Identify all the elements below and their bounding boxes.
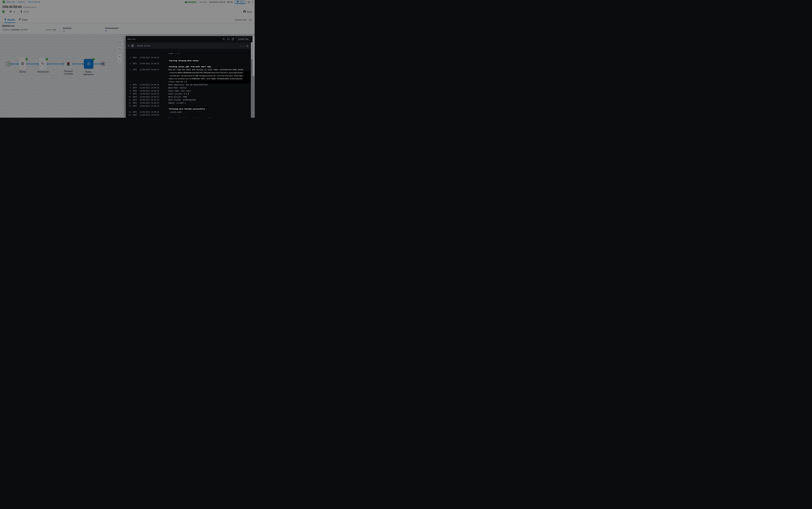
step-logs-drawer: Step Logs Console View m go..... } 3 INF… <box>126 36 255 118</box>
log-line-number: 6 <box>126 83 131 86</box>
log-timestamp: 15/09/2022 16:09:42 <box>140 95 161 99</box>
log-line-number: 13 <box>126 104 131 108</box>
page: CFDs_Test › Pipelines › CDS-41722-S3 › ✓… <box>0 0 255 118</box>
log-timestamp: 15/09/2022 16:09:42 <box>140 90 161 93</box>
log-line-number: 3 <box>126 56 131 59</box>
log-entry: 9 INFO 15/09/2022 16:09:42 Chart version… <box>126 92 250 95</box>
log-line-number: 12 <box>126 101 131 104</box>
log-scrollbar-thumb[interactable] <box>251 59 252 118</box>
log-entry: 8 INFO 15/09/2022 16:09:42 Chart name: t… <box>126 90 250 93</box>
log-line-number: 7 <box>126 86 131 90</box>
step-logs-title: Step Logs <box>127 38 136 40</box>
log-entry: 13 INFO 15/09/2022 16:09:42 Following we… <box>126 104 250 110</box>
log-line-number: 14 <box>126 110 131 113</box>
page-scrollbar-thumb[interactable] <box>253 76 255 118</box>
log-entry: 15 INFO 15/09/2022 16:09:42 Fetching hel… <box>126 113 250 118</box>
log-timestamp: 15/09/2022 16:09:42 <box>140 83 161 86</box>
log-line-number: 5 <box>126 68 131 71</box>
log-entry: 6 INFO 15/09/2022 16:09:42 Helm reposito… <box>126 83 250 86</box>
step-section-header[interactable]: ✓ Fetch Files ↑ ↓ 9s <box>126 42 251 49</box>
log-entry: 3 INFO 15/09/2022 16:09:35 Starting fetc… <box>126 56 250 62</box>
log-message: Chart name: test-chart <box>169 90 250 93</box>
log-entry: 5 INFO 15/09/2022 16:09:35 Did not find … <box>126 68 250 83</box>
chevron-down-icon[interactable] <box>128 45 130 46</box>
log-timestamp: 15/09/2022 16:09:35 <box>140 62 161 65</box>
log-scrollbar[interactable] <box>251 42 252 118</box>
log-timestamp: 15/09/2022 16:09:42 <box>140 92 161 95</box>
log-entry: 7 INFO 15/09/2022 16:09:42 Base Path: ch… <box>126 86 250 90</box>
log-line-number: 15 <box>126 113 131 116</box>
log-level: INFO <box>133 104 138 108</box>
log-line-number: 11 <box>126 98 131 101</box>
scroll-to-bottom-icon[interactable]: ↓ <box>243 45 244 47</box>
log-list: 3 INFO 15/09/2022 16:09:35 Starting fetc… <box>126 56 250 118</box>
log-level: INFO <box>133 98 138 101</box>
log-level: INFO <box>133 101 138 104</box>
step-logs-header: Step Logs Console View <box>126 36 255 42</box>
log-level: INFO <box>133 83 138 86</box>
log-message: Fetching values.yaml from helm chart rep… <box>169 62 250 68</box>
log-message: Did not find the chart and version in lo… <box>169 68 250 83</box>
log-level: INFO <box>133 86 138 90</box>
log-level: INFO <box>133 62 138 65</box>
page-scrollbar[interactable] <box>253 36 255 118</box>
step-duration: 9s <box>246 45 248 47</box>
log-message: Helm version: V380 <box>169 95 250 99</box>
log-level: INFO <box>133 110 138 113</box>
log-scroll-area[interactable]: m go..... } 3 INFO 15/09/2022 16:09:35 S… <box>126 42 250 118</box>
log-message: Starting fetching Helm values <box>169 56 250 62</box>
log-entry: 12 INFO 15/09/2022 16:09:42 Region: us-e… <box>126 101 250 104</box>
log-level: INFO <box>133 90 138 93</box>
log-line-number: 4 <box>126 62 131 65</box>
log-timestamp: 15/09/2022 16:09:42 <box>140 113 161 116</box>
log-timestamp: 15/09/2022 16:09:42 <box>140 98 161 101</box>
log-level: INFO <box>133 92 138 95</box>
log-level: INFO <box>133 68 138 71</box>
search-icon[interactable] <box>222 38 225 40</box>
log-level: INFO <box>133 95 138 99</box>
log-timestamp: 15/09/2022 16:09:42 <box>140 110 161 113</box>
log-level: INFO <box>133 56 138 59</box>
log-message: Helm repository: aws-qa-setup-modified <box>169 83 250 86</box>
log-timestamp: 15/09/2022 16:09:35 <box>140 56 161 59</box>
log-message: Chart bucket: achhelmbucket <box>169 98 250 101</box>
log-entry: 10 INFO 15/09/2022 16:09:42 Helm version… <box>126 95 250 99</box>
log-message: Chart version: 0.1.0 <box>169 92 250 95</box>
log-timestamp: 15/09/2022 16:09:42 <box>140 104 161 108</box>
clipped-log-line: m go..... } <box>169 53 180 55</box>
log-line-number: 8 <box>126 90 131 93</box>
log-level: INFO <box>133 113 138 116</box>
log-timestamp: 15/09/2022 16:09:42 <box>140 86 161 90</box>
log-line-number: 10 <box>126 95 131 99</box>
scroll-to-top-icon[interactable]: ↑ <box>240 45 241 47</box>
log-entry: 11 INFO 15/09/2022 16:09:42 Chart bucket… <box>126 98 250 101</box>
log-message: Region: us-east-1 <box>169 101 250 104</box>
log-message: Following were fetched successfully : <box>169 104 250 110</box>
log-timestamp: 15/09/2022 16:09:42 <box>140 101 161 104</box>
step-section-name: Fetch Files <box>137 45 150 47</box>
log-message: Fetching helm values completed successfu… <box>169 113 250 118</box>
console-view-button[interactable]: Console View <box>236 37 250 41</box>
open-in-new-icon[interactable] <box>232 38 234 40</box>
log-line-number: 9 <box>126 92 131 95</box>
log-timestamp: 15/09/2022 16:09:35 <box>140 68 161 71</box>
log-entry: 4 INFO 15/09/2022 16:09:35 Fetching valu… <box>126 62 250 68</box>
log-entry: 14 INFO 15/09/2022 16:09:42 - values.yam… <box>126 110 250 113</box>
expand-icon[interactable] <box>227 38 229 40</box>
log-message: - values.yaml <box>169 110 250 113</box>
log-message: Base Path: charts/ <box>169 86 250 90</box>
step-success-icon: ✓ <box>131 44 134 47</box>
